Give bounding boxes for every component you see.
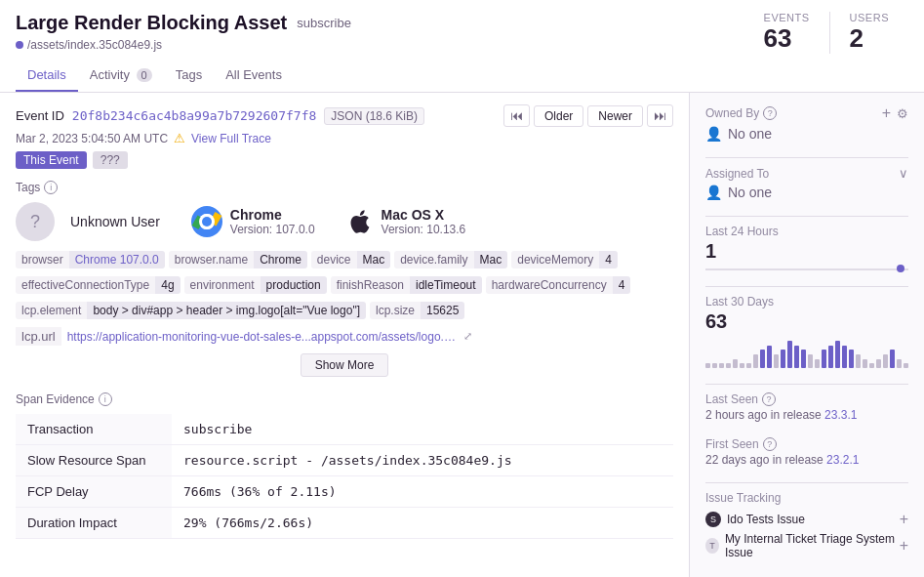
issue-item-1: S Ido Tests Issue + <box>705 511 908 528</box>
sparkline-bar <box>712 363 717 368</box>
sparkline-bar <box>781 350 785 368</box>
issue-tracking-section: Issue Tracking S Ido Tests Issue + T My … <box>705 491 908 559</box>
last-seen-info-icon[interactable]: ? <box>762 392 776 406</box>
sparkline-bar <box>904 363 908 368</box>
sparkline-bar <box>760 350 765 368</box>
tag-finish-reason: finishReason idleTimeout <box>331 276 482 294</box>
last-seen-text: 2 hours ago in release 23.3.1 <box>705 408 908 422</box>
events-stat: EVENTS 63 <box>744 12 829 54</box>
triage-icon: T <box>705 538 719 554</box>
tag-device: device Mac <box>311 251 390 268</box>
sparkline-bar <box>869 363 874 368</box>
last-30d-section: Last 30 Days 63 <box>705 295 908 368</box>
sparkline-bar <box>740 363 744 368</box>
show-more-button[interactable]: Show More <box>301 353 389 377</box>
user-browser-row: ? Unknown User Chrome <box>16 202 673 241</box>
json-badge[interactable]: JSON (18.6 KiB) <box>324 107 424 125</box>
event-badges: This Event ??? <box>16 151 673 169</box>
zzz-badge: ??? <box>93 151 128 169</box>
nav-first-button[interactable]: ⏮ <box>503 104 530 127</box>
event-meta: Mar 2, 2023 5:04:50 AM UTC ⚠ View Full T… <box>16 131 673 145</box>
tag-hardware: hardwareConcurrency 4 <box>486 276 631 294</box>
tab-details[interactable]: Details <box>16 60 78 92</box>
add-issue-1-icon[interactable]: + <box>900 511 908 528</box>
browser-info: Chrome Version: 107.0.0 <box>191 206 315 237</box>
nav-older-button[interactable]: Older <box>534 105 583 127</box>
owned-by-section: Owned By ? + ⚙ 👤 No one <box>705 104 908 142</box>
tag-lcp-element: lcp.element body > div#app > header > im… <box>16 302 366 319</box>
main-content: Event ID 20f8b234c6ac4b8a99a7b7292607f7f… <box>0 93 690 577</box>
first-seen-info-icon[interactable]: ? <box>763 437 777 451</box>
table-row: Transaction subscribe <box>16 414 673 445</box>
sparkline-bar <box>767 346 772 368</box>
divider-4 <box>705 384 908 385</box>
tab-all-events[interactable]: All Events <box>214 60 294 92</box>
user-name: Unknown User <box>70 214 160 229</box>
sparkline-bar <box>883 354 888 368</box>
last-24h-dot <box>897 265 904 272</box>
tag-device-family: device.family Mac <box>394 251 507 268</box>
sparkline-bar <box>856 354 861 368</box>
nav-last-button[interactable]: ⏭ <box>647 104 673 127</box>
url-value[interactable]: https://application-monitoring-vue-dot-s… <box>67 330 458 344</box>
issue-item-2: T My Internal Ticket Triage System Issue… <box>705 532 908 559</box>
view-trace-link[interactable]: View Full Trace <box>191 132 271 145</box>
sparkline-bar <box>746 363 751 368</box>
sparkline-bar <box>835 341 840 368</box>
apple-icon <box>346 208 374 235</box>
tag-browser: browser Chrome 107.0.0 <box>16 251 165 268</box>
owned-by-value: 👤 No one <box>705 126 908 142</box>
divider-2 <box>705 216 908 217</box>
sparkline-bar <box>733 359 738 368</box>
user-avatar: ? <box>16 202 55 241</box>
users-stat: USERS 2 <box>830 12 908 54</box>
gear-icon[interactable]: ⚙ <box>897 106 908 121</box>
sparkline-bar <box>808 354 813 368</box>
tab-activity[interactable]: Activity 0 <box>78 60 164 92</box>
tags-info-icon[interactable]: i <box>44 181 58 194</box>
add-owner-icon[interactable]: + <box>882 104 891 122</box>
sparkline-bar <box>849 350 854 368</box>
sidebar: Owned By ? + ⚙ 👤 No one Assigned T <box>690 93 924 577</box>
evidence-table: Transaction subscribe Slow Resource Span… <box>16 414 673 539</box>
event-navigation: ⏮ Older Newer ⏭ <box>503 104 673 127</box>
tag-connection: effectiveConnectionType 4g <box>16 276 181 294</box>
expand-url-icon[interactable]: ⤢ <box>463 330 472 343</box>
table-row: FCP Delay 766ms (36% of 2.11s) <box>16 476 673 508</box>
last-seen-release-link[interactable]: 23.3.1 <box>824 408 857 422</box>
dot-indicator <box>16 41 23 49</box>
first-seen-section: First Seen ? 22 days ago in release 23.2… <box>705 437 908 467</box>
top-stats: EVENTS 63 USERS 2 <box>744 12 908 54</box>
person-icon-assigned: 👤 <box>705 185 722 200</box>
sparkline-bar <box>719 363 724 368</box>
person-icon: 👤 <box>705 126 722 142</box>
assigned-to-chevron[interactable]: ∨ <box>899 166 908 181</box>
subscribe-badge[interactable]: subscribe <box>297 16 351 30</box>
add-issue-2-icon[interactable]: + <box>900 537 908 555</box>
url-key: lcp.url <box>16 327 61 346</box>
nav-newer-button[interactable]: Newer <box>587 105 643 127</box>
sparkline-bar <box>897 359 902 368</box>
tab-tags[interactable]: Tags <box>164 60 214 92</box>
tags-grid-3: lcp.element body > div#app > header > im… <box>16 302 673 319</box>
sentry-icon: S <box>705 512 721 527</box>
event-id-row: Event ID 20f8b234c6ac4b8a99a7b7292607f7f… <box>16 104 673 127</box>
last-24h-section: Last 24 Hours 1 <box>705 225 908 270</box>
chrome-icon <box>191 206 222 237</box>
tags-grid-2: effectiveConnectionType 4g environment p… <box>16 276 673 294</box>
activity-badge: 0 <box>137 68 152 82</box>
assigned-to-value: 👤 No one <box>705 185 908 200</box>
tag-browser-name: browser.name Chrome <box>169 251 307 268</box>
this-event-badge: This Event <box>16 151 87 169</box>
first-seen-text: 22 days ago in release 23.2.1 <box>705 453 908 467</box>
sparkline-bar <box>726 363 731 368</box>
os-info: Mac OS X Version: 10.13.6 <box>346 207 466 236</box>
span-evidence-section: Span Evidence i Transaction subscribe Sl… <box>16 392 673 539</box>
assigned-to-section: Assigned To ∨ 👤 No one <box>705 166 908 200</box>
owned-by-info-icon[interactable]: ? <box>763 106 777 120</box>
tab-bar: Details Activity 0 Tags All Events <box>16 60 908 92</box>
sparkline-bar <box>822 350 826 368</box>
first-seen-release-link[interactable]: 23.2.1 <box>826 453 859 467</box>
last-seen-section: Last Seen ? 2 hours ago in release 23.3.… <box>705 392 908 422</box>
span-evidence-info-icon[interactable]: i <box>99 392 112 406</box>
